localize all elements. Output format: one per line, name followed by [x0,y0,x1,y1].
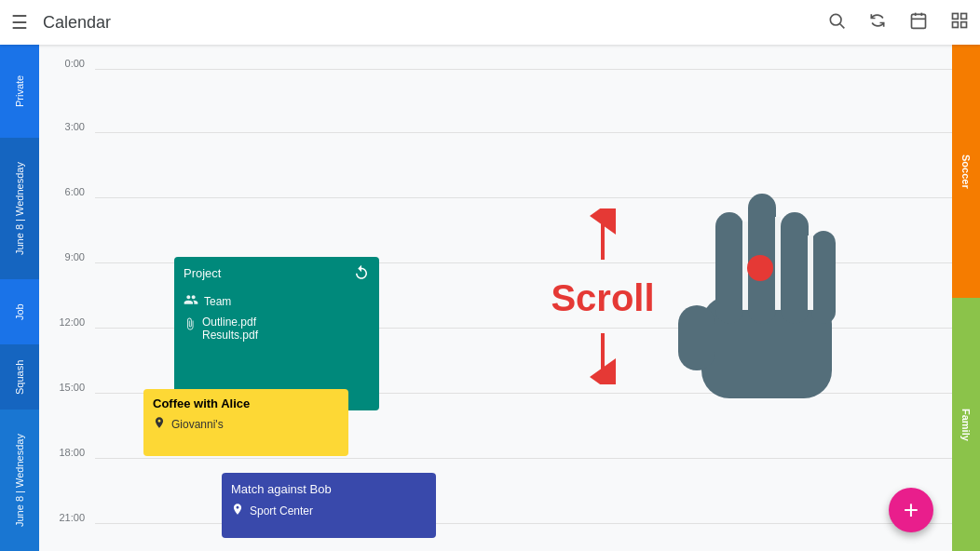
refresh-icon[interactable] [868,11,887,34]
time-label-21: 21:00 [41,512,92,523]
event-match-location: Sport Center [231,503,427,518]
team-label: Team [204,295,231,308]
grid-icon[interactable] [950,11,969,34]
svg-rect-7 [961,13,967,19]
event-project-files: Outline.pdf Results.pdf [184,316,370,342]
svg-line-1 [840,23,845,28]
time-label-12: 12:00 [41,316,92,328]
event-coffee-title: Coffee with Alice [153,396,250,410]
event-project-team: Team [184,292,370,310]
location-icon-coffee [153,416,166,432]
svg-rect-9 [961,21,967,27]
svg-rect-2 [912,14,926,28]
event-project[interactable]: Project Team Outline.pdf Results.pdf [174,257,379,410]
file1-label: Outline.pdf [202,316,258,329]
right-sidebar: Soccer Family [952,45,980,551]
topbar: ☰ Calendar [0,0,980,45]
right-tab-family[interactable]: Family [952,298,980,551]
svg-point-0 [830,14,841,25]
time-label-6: 6:00 [41,186,92,197]
location-icon-match [231,503,244,518]
coffee-location-label: Giovanni's [171,418,224,431]
event-coffee[interactable]: Coffee with Alice Giovanni's [143,389,348,456]
event-project-title: Project [184,266,221,280]
event-match-title: Match against Bob [231,482,332,496]
time-label-18: 18:00 [41,447,92,458]
file2-label: Results.pdf [202,329,258,342]
svg-rect-8 [953,21,959,27]
right-tab-soccer[interactable]: Soccer [952,45,980,298]
menu-icon[interactable]: ☰ [11,11,28,34]
fab-icon: + [904,497,919,523]
people-icon [184,292,198,310]
time-label-15: 15:00 [41,382,92,393]
event-coffee-location: Giovanni's [153,416,339,432]
repeat-icon [353,264,370,285]
app-title: Calendar [43,13,805,33]
calendar-area: 0:00 3:00 6:00 9:00 12:00 [39,45,952,551]
sidebar-item-june-top[interactable]: June 8 | Wednesday [0,138,39,279]
sidebar-item-job[interactable]: Job [0,279,39,344]
match-location-label: Sport Center [250,504,313,517]
svg-rect-6 [953,13,959,19]
search-icon[interactable] [827,11,846,34]
attach-icon [184,317,197,333]
main-layout: Private June 8 | Wednesday Job Squash Ju… [0,45,980,551]
time-label-0: 0:00 [41,58,92,69]
time-label-3: 3:00 [41,121,92,132]
files-label: Outline.pdf Results.pdf [202,316,258,342]
calendar-icon[interactable] [909,11,928,34]
fab-button[interactable]: + [889,488,933,532]
time-label-9: 9:00 [41,251,92,262]
sidebar-item-june-bottom[interactable]: June 8 | Wednesday [0,410,39,551]
event-match[interactable]: Match against Bob Sport Center [222,473,436,538]
sidebar-item-private[interactable]: Private [0,45,39,138]
sidebar-labels: Private June 8 | Wednesday Job Squash Ju… [0,45,39,551]
sidebar-item-squash[interactable]: Squash [0,344,39,410]
